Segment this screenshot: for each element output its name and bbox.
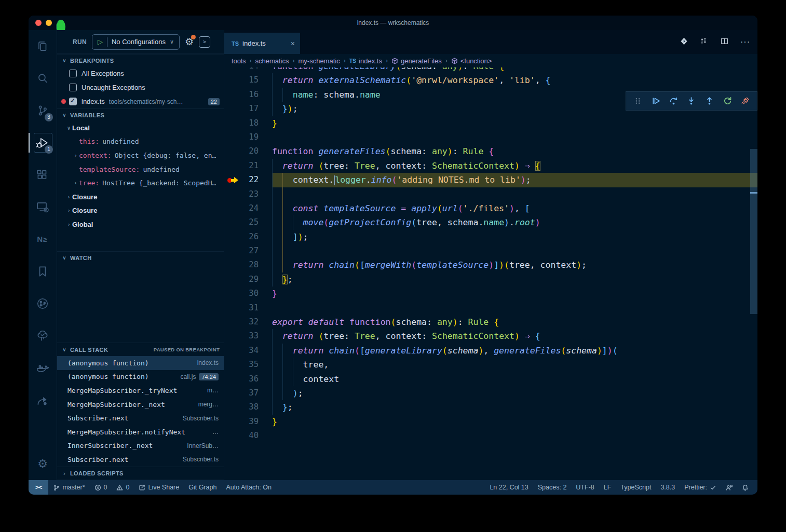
variable-scope-row[interactable]: ›Closure	[57, 190, 224, 204]
status-live-share[interactable]: Live Share	[134, 480, 184, 495]
call-stack-frame[interactable]: MergeMapSubscriber._nextmerg…	[57, 398, 224, 412]
code-line[interactable]: 29};	[224, 272, 757, 287]
variable-scope-row[interactable]: ∨Local	[57, 121, 224, 135]
status-errors[interactable]: 0	[90, 480, 112, 495]
remote-indicator[interactable]: ><	[29, 480, 48, 495]
code-line[interactable]: 15return externalSchematic('@nrwl/worksp…	[224, 73, 757, 87]
status-cursor-position[interactable]: Ln 22, Col 13	[485, 480, 533, 495]
variable-row[interactable]: templateSource:undefined	[57, 162, 224, 176]
debug-console-icon[interactable]: >	[199, 36, 210, 48]
section-call-stack[interactable]: ∨ CALL STACK PAUSED ON BREAKPOINT	[57, 343, 224, 356]
variable-row[interactable]: this:undefined	[57, 135, 224, 149]
code-line[interactable]: 20function generateFiles(schema: any): R…	[224, 144, 757, 158]
section-watch[interactable]: ∨ WATCH	[57, 251, 224, 264]
restart-button[interactable]	[721, 95, 734, 107]
call-stack-frame[interactable]: Subscriber.nextSubscriber.ts	[57, 453, 224, 467]
code-line[interactable]: 22context.logger.info('adding NOTES.md t…	[224, 173, 757, 187]
breakpoint-row[interactable]: All Exceptions	[57, 66, 224, 80]
activity-item-explorer[interactable]	[29, 30, 57, 62]
step-over-button[interactable]	[667, 95, 680, 107]
drag-handle-button[interactable]	[631, 95, 644, 107]
section-variables[interactable]: ∨ VARIABLES	[57, 108, 224, 121]
call-stack-frame[interactable]: MergeMapSubscriber._tryNextm…	[57, 384, 224, 398]
activity-item-search[interactable]	[29, 62, 57, 94]
code-line[interactable]: 27	[224, 244, 757, 258]
gitlens-button[interactable]	[680, 37, 688, 48]
breadcrumb-item[interactable]: generateFiles	[391, 57, 442, 65]
section-loaded-scripts[interactable]: › LOADED SCRIPTS	[57, 467, 224, 480]
call-stack-frame[interactable]: InnerSubscriber._nextInnerSub…	[57, 439, 224, 453]
code-line[interactable]: 40	[224, 429, 757, 443]
code-line[interactable]: 32export default function(schema: any): …	[224, 315, 757, 329]
status-ts-version[interactable]: 3.8.3	[656, 480, 680, 495]
activity-item-manage[interactable]: ⚙	[29, 448, 57, 480]
scrollbar-slider[interactable]	[750, 149, 757, 314]
breadcrumb-item[interactable]: TSindex.ts	[349, 57, 382, 65]
status-feedback[interactable]	[721, 480, 737, 495]
tab-index-ts[interactable]: TS index.ts ×	[224, 33, 300, 54]
status-auto-attach[interactable]: Auto Attach: On	[221, 480, 276, 495]
variable-row[interactable]: ›tree:HostTree {_backend: ScopedH…	[57, 176, 224, 190]
disconnect-button[interactable]	[739, 95, 752, 107]
breakpoint-checkbox[interactable]	[69, 84, 77, 91]
status-git-branch[interactable]: master*	[48, 480, 89, 495]
status-indentation[interactable]: Spaces: 2	[533, 480, 572, 495]
status-git-graph[interactable]: Git Graph	[184, 480, 221, 495]
continue-button[interactable]	[649, 95, 662, 107]
close-tab-icon[interactable]: ×	[291, 39, 295, 48]
code-line[interactable]: 25move(getProjectConfig(tree, schema.nam…	[224, 215, 757, 229]
activity-item-project-manager[interactable]	[29, 384, 57, 416]
variable-scope-row[interactable]: ›Global	[57, 217, 224, 231]
breakpoint-checkbox[interactable]	[69, 98, 77, 105]
code-line[interactable]: 35tree,	[224, 358, 757, 372]
launch-configuration-dropdown[interactable]: ▷ No Configurations ∨	[92, 34, 180, 50]
code-line[interactable]: 23	[224, 187, 757, 201]
activity-item-testing[interactable]	[29, 320, 57, 352]
section-breakpoints[interactable]: ∨ BREAKPOINTS	[57, 54, 224, 66]
status-eol[interactable]: LF	[599, 480, 616, 495]
compare-changes-button[interactable]	[700, 37, 709, 48]
code-line[interactable]: 26]);	[224, 230, 757, 244]
breadcrumb-item[interactable]: my-schematic	[299, 57, 340, 65]
activity-item-nx-console[interactable]: N≥	[29, 223, 57, 255]
minimize-window-icon[interactable]	[46, 20, 52, 26]
code-line[interactable]: 31	[224, 301, 757, 315]
breakpoint-checkbox[interactable]	[69, 70, 77, 77]
breakpoint-row[interactable]: index.tstools/schematics/my-sch…22	[57, 94, 224, 108]
status-language[interactable]: TypeScript	[616, 480, 656, 495]
status-warnings[interactable]: 0	[112, 480, 134, 495]
activity-item-run-debug[interactable]: 1	[29, 127, 57, 159]
status-prettier[interactable]: Prettier:	[680, 480, 721, 495]
activity-item-source-control[interactable]: 3	[29, 94, 57, 127]
status-encoding[interactable]: UTF-8	[571, 480, 599, 495]
more-actions-icon[interactable]: ···	[740, 37, 750, 47]
code-line[interactable]: 21return (tree: Tree, context: Schematic…	[224, 159, 757, 173]
call-stack-frame[interactable]: Subscriber.nextSubscriber.ts	[57, 411, 224, 425]
step-into-button[interactable]	[685, 95, 698, 107]
code-area[interactable]: 14function generateLibrary(schema: any):…	[224, 67, 757, 480]
variable-row[interactable]: ›context:Object {debug: false, en…	[57, 148, 224, 162]
activity-item-extensions[interactable]	[29, 159, 57, 191]
code-line[interactable]: 30}	[224, 287, 757, 301]
code-line[interactable]: 34return chain([generateLibrary(schema),…	[224, 344, 757, 358]
code-line[interactable]: 33return (tree: Tree, context: Schematic…	[224, 329, 757, 343]
code-line[interactable]: 37);	[224, 386, 757, 400]
configure-gear-icon[interactable]: ⚙	[185, 36, 194, 48]
code-line[interactable]: 18}	[224, 116, 757, 130]
code-line[interactable]: 36context	[224, 372, 757, 386]
activity-item-docker[interactable]	[29, 352, 57, 384]
breadcrumb-item[interactable]: <function>	[451, 57, 492, 65]
activity-item-git-graph[interactable]	[29, 288, 57, 320]
code-line[interactable]: 19	[224, 130, 757, 144]
breadcrumb-item[interactable]: tools	[232, 57, 246, 65]
code-line[interactable]: 39}	[224, 415, 757, 429]
code-line[interactable]: 28return chain([mergeWith(templateSource…	[224, 258, 757, 272]
call-stack-frame[interactable]: (anonymous function)index.ts	[57, 356, 224, 370]
close-window-icon[interactable]	[35, 20, 42, 26]
variable-scope-row[interactable]: ›Closure	[57, 204, 224, 218]
code-line[interactable]: 24const templateSource = apply(url('./fi…	[224, 201, 757, 215]
step-out-button[interactable]	[703, 95, 716, 107]
start-debug-icon[interactable]: ▷	[98, 38, 103, 46]
activity-item-remote-explorer[interactable]	[29, 191, 57, 223]
split-editor-button[interactable]	[720, 37, 729, 48]
